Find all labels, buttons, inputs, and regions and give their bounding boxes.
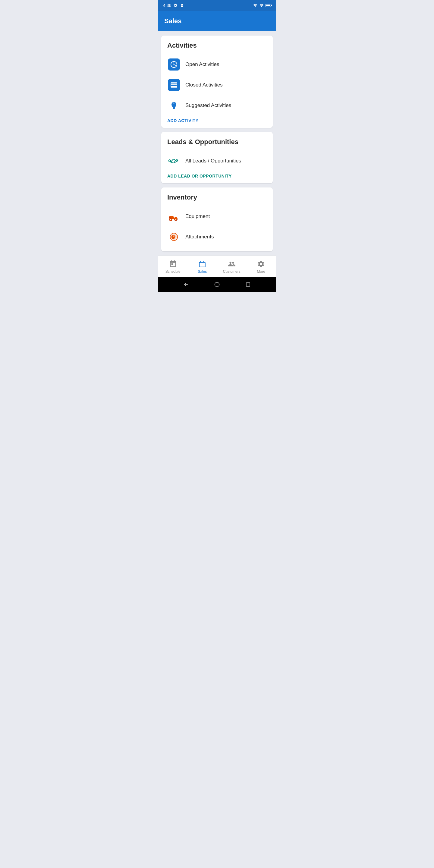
briefcase-icon xyxy=(198,260,207,268)
settings-gear-icon xyxy=(257,260,265,268)
people-icon xyxy=(227,260,236,268)
bottom-navigation: Schedule Sales Customers More xyxy=(158,255,276,277)
nav-item-sales[interactable]: Sales xyxy=(188,257,217,276)
nav-item-customers[interactable]: Customers xyxy=(217,257,247,276)
svg-point-20 xyxy=(170,219,172,220)
closed-activities-label: Closed Activities xyxy=(185,82,223,88)
leads-title: Leads & Opportunities xyxy=(167,138,267,146)
svg-point-4 xyxy=(174,64,175,65)
all-leads-label: All Leads / Opportunities xyxy=(185,158,241,164)
more-nav-label: More xyxy=(257,270,265,274)
inventory-card: Inventory xyxy=(161,187,273,251)
svg-rect-12 xyxy=(173,108,175,108)
customers-nav-label: Customers xyxy=(223,270,241,274)
wifi-icon xyxy=(253,3,258,7)
open-activities-icon-wrapper xyxy=(167,58,181,71)
handshake-icon xyxy=(167,155,181,167)
clock-icon xyxy=(168,59,180,70)
suggested-activities-label: Suggested Activities xyxy=(185,102,231,108)
svg-point-15 xyxy=(170,160,171,161)
lightbulb-icon xyxy=(168,99,180,112)
android-nav-bar xyxy=(158,277,276,292)
svg-rect-18 xyxy=(169,217,170,218)
equipment-icon xyxy=(167,210,181,222)
inventory-items: Equipment @ Attachments xyxy=(167,207,267,247)
time-display: 4:36 xyxy=(163,3,171,8)
svg-rect-13 xyxy=(173,108,175,109)
list-icon xyxy=(168,79,180,91)
settings-icon xyxy=(174,3,178,7)
main-content: Activities Open Activities xyxy=(158,31,276,255)
activities-title: Activities xyxy=(167,41,267,50)
activities-items: Open Activities Closed Activities xyxy=(167,55,267,115)
svg-rect-8 xyxy=(171,86,177,87)
recents-button[interactable] xyxy=(245,281,251,287)
nav-item-more[interactable]: More xyxy=(247,257,276,276)
attachments-label: Attachments xyxy=(185,234,214,240)
equipment-icon-wrapper xyxy=(167,210,181,223)
attachment-icon: @ xyxy=(167,231,181,243)
svg-point-14 xyxy=(173,102,175,104)
sim-card-icon xyxy=(180,3,184,7)
svg-rect-29 xyxy=(246,283,250,286)
app-header: Sales xyxy=(158,11,276,31)
schedule-nav-label: Schedule xyxy=(165,270,181,274)
page-title: Sales xyxy=(164,17,182,25)
inventory-title: Inventory xyxy=(167,193,267,201)
svg-point-28 xyxy=(215,282,219,287)
svg-rect-11 xyxy=(173,107,175,108)
attachments-item[interactable]: @ Attachments xyxy=(167,227,267,247)
nav-item-schedule[interactable]: Schedule xyxy=(158,257,188,276)
activities-card: Activities Open Activities xyxy=(161,36,273,128)
home-button[interactable] xyxy=(214,281,220,287)
leads-items: All Leads / Opportunities xyxy=(167,151,267,170)
open-activities-item[interactable]: Open Activities xyxy=(167,55,267,74)
suggested-activities-icon-wrapper xyxy=(167,99,181,112)
svg-text:@: @ xyxy=(172,235,176,239)
status-right xyxy=(253,3,271,7)
closed-activities-icon-wrapper xyxy=(167,79,181,92)
leads-card: Leads & Opportunities All Leads / Opport… xyxy=(161,132,273,183)
equipment-label: Equipment xyxy=(185,213,210,219)
sales-nav-label: Sales xyxy=(198,270,207,274)
status-left: 4:36 xyxy=(163,3,184,8)
suggested-activities-item[interactable]: Suggested Activities xyxy=(167,96,267,115)
calendar-icon xyxy=(169,260,177,268)
battery-icon xyxy=(266,4,271,7)
back-button[interactable] xyxy=(183,281,189,287)
closed-activities-item[interactable]: Closed Activities xyxy=(167,75,267,95)
svg-rect-7 xyxy=(171,84,177,85)
svg-point-16 xyxy=(177,160,178,161)
add-lead-link[interactable]: ADD LEAD OR OPPORTUNITY xyxy=(167,174,267,179)
attachments-icon-wrapper: @ xyxy=(167,230,181,244)
status-bar: 4:36 xyxy=(158,0,276,11)
add-activity-link[interactable]: ADD ACTIVITY xyxy=(167,118,267,123)
leads-icon-wrapper xyxy=(167,154,181,167)
open-activities-label: Open Activities xyxy=(185,61,219,67)
equipment-item[interactable]: Equipment xyxy=(167,207,267,226)
signal-icon xyxy=(259,3,264,7)
all-leads-item[interactable]: All Leads / Opportunities xyxy=(167,151,267,170)
